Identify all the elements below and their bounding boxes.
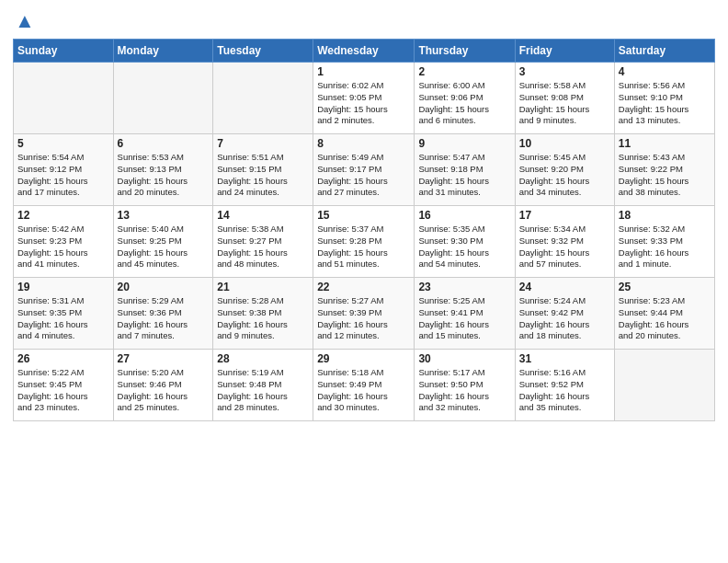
calendar-cell: 17Sunrise: 5:34 AM Sunset: 9:32 PM Dayli… bbox=[515, 206, 614, 278]
calendar-cell: 7Sunrise: 5:51 AM Sunset: 9:15 PM Daylig… bbox=[213, 134, 313, 206]
calendar-cell: 5Sunrise: 5:54 AM Sunset: 9:12 PM Daylig… bbox=[14, 134, 114, 206]
day-info: Sunrise: 5:40 AM Sunset: 9:25 PM Dayligh… bbox=[118, 224, 210, 270]
calendar-cell: 12Sunrise: 5:42 AM Sunset: 9:23 PM Dayli… bbox=[14, 206, 114, 278]
day-info: Sunrise: 5:16 AM Sunset: 9:52 PM Dayligh… bbox=[519, 367, 610, 414]
calendar-cell: 25Sunrise: 5:23 AM Sunset: 9:44 PM Dayli… bbox=[614, 278, 714, 350]
day-number: 23 bbox=[418, 281, 510, 293]
day-number: 31 bbox=[519, 352, 610, 365]
calendar-cell: 13Sunrise: 5:40 AM Sunset: 9:25 PM Dayli… bbox=[113, 206, 213, 278]
day-number: 19 bbox=[17, 281, 109, 293]
day-info: Sunrise: 5:34 AM Sunset: 9:32 PM Dayligh… bbox=[519, 224, 610, 270]
calendar-cell bbox=[614, 350, 714, 421]
calendar-cell: 22Sunrise: 5:27 AM Sunset: 9:39 PM Dayli… bbox=[313, 278, 415, 350]
calendar-cell: 8Sunrise: 5:49 AM Sunset: 9:17 PM Daylig… bbox=[313, 134, 415, 206]
day-info: Sunrise: 6:02 AM Sunset: 9:05 PM Dayligh… bbox=[317, 80, 410, 127]
calendar-cell: 24Sunrise: 5:24 AM Sunset: 9:42 PM Dayli… bbox=[515, 278, 614, 350]
calendar-cell: 1Sunrise: 6:02 AM Sunset: 9:05 PM Daylig… bbox=[313, 63, 415, 134]
day-number: 11 bbox=[619, 137, 711, 150]
day-info: Sunrise: 5:28 AM Sunset: 9:38 PM Dayligh… bbox=[217, 295, 309, 342]
calendar-cell bbox=[113, 63, 213, 134]
logo: ▲ bbox=[13, 9, 35, 33]
day-number: 17 bbox=[519, 209, 610, 222]
logo-bird-icon: ▲ bbox=[15, 9, 35, 33]
calendar-cell: 31Sunrise: 5:16 AM Sunset: 9:52 PM Dayli… bbox=[515, 350, 614, 421]
day-number: 14 bbox=[217, 209, 309, 222]
calendar-cell: 18Sunrise: 5:32 AM Sunset: 9:33 PM Dayli… bbox=[614, 206, 714, 278]
day-number: 13 bbox=[118, 209, 210, 222]
calendar-cell: 15Sunrise: 5:37 AM Sunset: 9:28 PM Dayli… bbox=[313, 206, 415, 278]
day-info: Sunrise: 5:17 AM Sunset: 9:50 PM Dayligh… bbox=[418, 367, 510, 414]
day-info: Sunrise: 5:25 AM Sunset: 9:41 PM Dayligh… bbox=[418, 295, 510, 342]
day-number: 10 bbox=[519, 137, 610, 150]
day-number: 8 bbox=[317, 137, 410, 150]
day-info: Sunrise: 5:47 AM Sunset: 9:18 PM Dayligh… bbox=[418, 152, 510, 199]
calendar-cell: 29Sunrise: 5:18 AM Sunset: 9:49 PM Dayli… bbox=[313, 350, 415, 421]
day-number: 24 bbox=[519, 281, 610, 293]
weekday-header-friday: Friday bbox=[515, 40, 614, 63]
calendar-cell: 16Sunrise: 5:35 AM Sunset: 9:30 PM Dayli… bbox=[415, 206, 515, 278]
day-info: Sunrise: 5:56 AM Sunset: 9:10 PM Dayligh… bbox=[619, 80, 711, 127]
page: ▲ SundayMondayTuesdayWednesdayThursdayFr… bbox=[0, 0, 728, 563]
day-info: Sunrise: 5:24 AM Sunset: 9:42 PM Dayligh… bbox=[519, 295, 610, 342]
calendar-cell: 26Sunrise: 5:22 AM Sunset: 9:45 PM Dayli… bbox=[14, 350, 114, 421]
day-number: 7 bbox=[217, 137, 309, 150]
day-number: 3 bbox=[519, 65, 610, 78]
day-number: 18 bbox=[619, 209, 711, 222]
day-info: Sunrise: 5:38 AM Sunset: 9:27 PM Dayligh… bbox=[217, 224, 309, 270]
day-number: 6 bbox=[118, 137, 210, 150]
day-number: 26 bbox=[17, 352, 109, 365]
day-number: 2 bbox=[418, 65, 510, 78]
calendar-cell: 21Sunrise: 5:28 AM Sunset: 9:38 PM Dayli… bbox=[213, 278, 313, 350]
day-number: 22 bbox=[317, 281, 410, 293]
day-info: Sunrise: 5:54 AM Sunset: 9:12 PM Dayligh… bbox=[17, 152, 109, 199]
day-info: Sunrise: 5:37 AM Sunset: 9:28 PM Dayligh… bbox=[317, 224, 410, 270]
calendar-week-row: 26Sunrise: 5:22 AM Sunset: 9:45 PM Dayli… bbox=[14, 350, 715, 421]
day-info: Sunrise: 5:43 AM Sunset: 9:22 PM Dayligh… bbox=[619, 152, 711, 199]
day-number: 29 bbox=[317, 352, 410, 365]
day-number: 25 bbox=[619, 281, 711, 293]
day-info: Sunrise: 5:32 AM Sunset: 9:33 PM Dayligh… bbox=[619, 224, 711, 270]
day-number: 21 bbox=[217, 281, 309, 293]
calendar-cell: 4Sunrise: 5:56 AM Sunset: 9:10 PM Daylig… bbox=[614, 63, 714, 134]
header: ▲ bbox=[13, 9, 715, 33]
day-info: Sunrise: 5:27 AM Sunset: 9:39 PM Dayligh… bbox=[317, 295, 410, 342]
day-info: Sunrise: 5:35 AM Sunset: 9:30 PM Dayligh… bbox=[418, 224, 510, 270]
calendar-week-row: 19Sunrise: 5:31 AM Sunset: 9:35 PM Dayli… bbox=[14, 278, 715, 350]
weekday-header-tuesday: Tuesday bbox=[213, 40, 313, 63]
day-number: 1 bbox=[317, 65, 410, 78]
day-info: Sunrise: 5:23 AM Sunset: 9:44 PM Dayligh… bbox=[619, 295, 711, 342]
weekday-header-wednesday: Wednesday bbox=[313, 40, 415, 63]
calendar-cell: 23Sunrise: 5:25 AM Sunset: 9:41 PM Dayli… bbox=[415, 278, 515, 350]
calendar-cell: 28Sunrise: 5:19 AM Sunset: 9:48 PM Dayli… bbox=[213, 350, 313, 421]
day-number: 12 bbox=[17, 209, 109, 222]
calendar-cell: 3Sunrise: 5:58 AM Sunset: 9:08 PM Daylig… bbox=[515, 63, 614, 134]
day-info: Sunrise: 5:18 AM Sunset: 9:49 PM Dayligh… bbox=[317, 367, 410, 414]
calendar-cell: 9Sunrise: 5:47 AM Sunset: 9:18 PM Daylig… bbox=[415, 134, 515, 206]
weekday-header-thursday: Thursday bbox=[415, 40, 515, 63]
calendar-cell: 27Sunrise: 5:20 AM Sunset: 9:46 PM Dayli… bbox=[113, 350, 213, 421]
calendar-cell: 6Sunrise: 5:53 AM Sunset: 9:13 PM Daylig… bbox=[113, 134, 213, 206]
day-info: Sunrise: 6:00 AM Sunset: 9:06 PM Dayligh… bbox=[418, 80, 510, 127]
day-number: 20 bbox=[118, 281, 210, 293]
day-info: Sunrise: 5:29 AM Sunset: 9:36 PM Dayligh… bbox=[118, 295, 210, 342]
calendar-cell: 30Sunrise: 5:17 AM Sunset: 9:50 PM Dayli… bbox=[415, 350, 515, 421]
day-info: Sunrise: 5:31 AM Sunset: 9:35 PM Dayligh… bbox=[17, 295, 109, 342]
calendar-cell: 19Sunrise: 5:31 AM Sunset: 9:35 PM Dayli… bbox=[14, 278, 114, 350]
day-number: 9 bbox=[418, 137, 510, 150]
calendar-week-row: 1Sunrise: 6:02 AM Sunset: 9:05 PM Daylig… bbox=[14, 63, 715, 134]
day-info: Sunrise: 5:58 AM Sunset: 9:08 PM Dayligh… bbox=[519, 80, 610, 127]
calendar-week-row: 5Sunrise: 5:54 AM Sunset: 9:12 PM Daylig… bbox=[14, 134, 715, 206]
day-info: Sunrise: 5:20 AM Sunset: 9:46 PM Dayligh… bbox=[118, 367, 210, 414]
day-number: 27 bbox=[118, 352, 210, 365]
weekday-header-sunday: Sunday bbox=[14, 40, 114, 63]
calendar-cell: 20Sunrise: 5:29 AM Sunset: 9:36 PM Dayli… bbox=[113, 278, 213, 350]
weekday-header-saturday: Saturday bbox=[614, 40, 714, 63]
calendar-cell: 10Sunrise: 5:45 AM Sunset: 9:20 PM Dayli… bbox=[515, 134, 614, 206]
calendar-header-row: SundayMondayTuesdayWednesdayThursdayFrid… bbox=[14, 40, 715, 63]
day-info: Sunrise: 5:45 AM Sunset: 9:20 PM Dayligh… bbox=[519, 152, 610, 199]
day-number: 15 bbox=[317, 209, 410, 222]
day-info: Sunrise: 5:53 AM Sunset: 9:13 PM Dayligh… bbox=[118, 152, 210, 199]
calendar-cell: 2Sunrise: 6:00 AM Sunset: 9:06 PM Daylig… bbox=[415, 63, 515, 134]
day-info: Sunrise: 5:51 AM Sunset: 9:15 PM Dayligh… bbox=[217, 152, 309, 199]
day-number: 16 bbox=[418, 209, 510, 222]
